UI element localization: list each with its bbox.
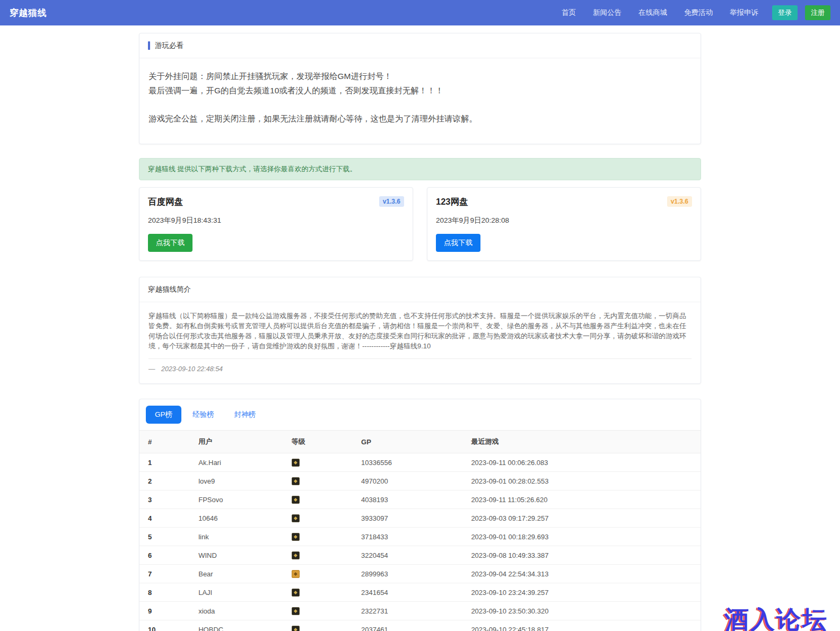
level-cell (283, 602, 353, 620)
nav-item-events[interactable]: 免费活动 (678, 5, 719, 21)
level-cell (283, 509, 353, 528)
notice-title: 游玩必看 (155, 41, 183, 50)
intro-divider (148, 358, 692, 359)
tab-gp[interactable]: GP榜 (146, 406, 181, 424)
gp-cell: 2341654 (353, 583, 462, 602)
user-cell: xioda (190, 602, 283, 620)
level-cell (283, 546, 353, 565)
top-navbar: 穿越猫线 首页 新闻公告 在线商城 免费活动 举报申诉 登录 注册 (0, 0, 840, 25)
user-cell: LAJI (190, 583, 283, 602)
download-button-123pan[interactable]: 点我下载 (436, 234, 480, 252)
nav-item-home[interactable]: 首页 (555, 5, 582, 21)
download-card-123pan: 123网盘 v1.3.6 2023年9月9日20:28:08 点我下载 (427, 187, 701, 261)
level-cell (283, 583, 353, 602)
download-card-baidu: 百度网盘 v1.3.6 2023年9月9日18:43:31 点我下载 (139, 187, 413, 261)
notice-header: 游玩必看 (139, 33, 701, 58)
download-button-baidu[interactable]: 点我下载 (148, 234, 192, 252)
table-row: 4 10646 3933097 2023-09-03 09:17:29.257 (139, 509, 701, 528)
download-date: 2023年9月9日18:43:31 (148, 216, 404, 225)
gp-cell: 3933097 (353, 509, 462, 528)
forum-watermark: 酒入论坛 (724, 603, 828, 631)
leaderboard-tabs: GP榜 经验榜 封神榜 (139, 399, 701, 430)
nav-item-shop[interactable]: 在线商城 (632, 5, 673, 21)
user-cell: link (190, 528, 283, 546)
register-button[interactable]: 注册 (805, 5, 830, 20)
rank-badge-icon (292, 533, 300, 541)
download-title: 百度网盘 (148, 196, 183, 208)
gp-cell: 3718433 (353, 528, 462, 546)
table-row: 8 LAJI 2341654 2023-09-10 23:24:39.257 (139, 583, 701, 602)
notice-title-row: 游玩必看 (148, 41, 692, 50)
rank-cell: 10 (139, 620, 190, 631)
gp-cell: 2322731 (353, 602, 462, 620)
last-game-cell: 2023-09-10 22:45:18.817 (462, 620, 701, 631)
last-game-cell: 2023-09-11 11:05:26.620 (462, 490, 701, 509)
gp-cell: 3220454 (353, 546, 462, 565)
footer-dash: — (148, 365, 155, 373)
col-header-user: 用户 (190, 431, 283, 453)
user-cell: Ak.Hari (190, 453, 283, 472)
last-game-cell: 2023-09-04 22:54:34.313 (462, 565, 701, 583)
user-cell: FPSovo (190, 490, 283, 509)
col-header-rank: # (139, 431, 190, 453)
nav-item-news[interactable]: 新闻公告 (587, 5, 628, 21)
level-cell (283, 453, 353, 472)
rank-badge-icon (292, 477, 300, 485)
download-row: 百度网盘 v1.3.6 2023年9月9日18:43:31 点我下载 123网盘… (139, 187, 701, 261)
col-header-last: 最近游戏 (462, 431, 701, 453)
rank-cell: 2 (139, 472, 190, 490)
intro-text: 穿越猫线（以下简称猫服）是一款纯公益游戏服务器，不接受任何形式的赞助充值，也不支… (148, 311, 692, 351)
rank-badge-icon (292, 459, 300, 467)
level-cell (283, 490, 353, 509)
download-card-head: 百度网盘 v1.3.6 (148, 196, 404, 208)
notice-line-2: 最后强调一遍，开G的自觉去频道10或者没人的频道，否则发现直接封无解！！！ (148, 83, 692, 98)
rank-cell: 8 (139, 583, 190, 602)
rank-badge-icon (292, 607, 300, 615)
download-date: 2023年9月9日20:28:08 (436, 216, 692, 225)
last-game-cell: 2023-09-10 23:50:30.320 (462, 602, 701, 620)
download-alert: 穿越猫线 提供以下两种下载方式，请选择你最喜欢的方式进行下载。 (139, 158, 701, 180)
level-cell (283, 472, 353, 490)
tab-exp[interactable]: 经验榜 (183, 406, 223, 424)
notice-body: 关于外挂问题：房间禁止开挂骚扰玩家，发现举报给GM进行封号！ 最后强调一遍，开G… (139, 58, 701, 144)
leaderboard-table: # 用户 等级 GP 最近游戏 1 Ak.Hari 10336556 2023-… (139, 430, 701, 631)
notice-line-3: 游戏完全公益，定期关闭注册，如果无法注册就请耐心等待，这也是为了清理外挂请谅解。 (148, 111, 692, 126)
rank-cell: 4 (139, 509, 190, 528)
last-game-cell: 2023-09-10 23:24:39.257 (462, 583, 701, 602)
rank-cell: 1 (139, 453, 190, 472)
gp-cell: 4038193 (353, 490, 462, 509)
user-cell: Bear (190, 565, 283, 583)
table-row: 3 FPSovo 4038193 2023-09-11 11:05:26.620 (139, 490, 701, 509)
col-header-gp: GP (353, 431, 462, 453)
tab-gods[interactable]: 封神榜 (225, 406, 265, 424)
last-game-cell: 2023-09-01 00:28:02.553 (462, 472, 701, 490)
intro-timestamp: 2023-09-10 22:48:54 (161, 365, 223, 373)
intro-header: 穿越猫线简介 (139, 277, 701, 302)
gp-cell: 4970200 (353, 472, 462, 490)
rank-cell: 9 (139, 602, 190, 620)
intro-title: 穿越猫线简介 (148, 285, 191, 293)
nav-item-report[interactable]: 举报申诉 (723, 5, 765, 21)
intro-body: 穿越猫线（以下简称猫服）是一款纯公益游戏服务器，不接受任何形式的赞助充值，也不支… (139, 302, 701, 383)
login-button[interactable]: 登录 (772, 5, 798, 20)
table-row: 7 Bear 2899963 2023-09-04 22:54:34.313 (139, 565, 701, 583)
rank-badge-icon (292, 570, 300, 578)
rank-cell: 7 (139, 565, 190, 583)
last-game-cell: 2023-09-01 00:18:29.693 (462, 528, 701, 546)
rank-badge-icon (292, 496, 300, 504)
leaderboard-card: GP榜 经验榜 封神榜 # 用户 等级 GP 最近游戏 1 Ak.Har (139, 399, 701, 631)
user-cell: HQBDC (190, 620, 283, 631)
rank-badge-icon (292, 626, 300, 631)
download-title: 123网盘 (436, 196, 468, 208)
col-header-level: 等级 (283, 431, 353, 453)
page-container: 游玩必看 关于外挂问题：房间禁止开挂骚扰玩家，发现举报给GM进行封号！ 最后强调… (139, 33, 701, 631)
user-cell: 10646 (190, 509, 283, 528)
table-row: 1 Ak.Hari 10336556 2023-09-11 00:06:26.0… (139, 453, 701, 472)
last-game-cell: 2023-09-08 10:49:33.387 (462, 546, 701, 565)
nav-menu: 首页 新闻公告 在线商城 免费活动 举报申诉 登录 注册 (555, 5, 830, 21)
rank-cell: 5 (139, 528, 190, 546)
table-header-row: # 用户 等级 GP 最近游戏 (139, 431, 701, 453)
brand-logo[interactable]: 穿越猫线 (10, 7, 47, 19)
table-row: 5 link 3718433 2023-09-01 00:18:29.693 (139, 528, 701, 546)
intro-footer: — 2023-09-10 22:48:54 (148, 365, 692, 376)
